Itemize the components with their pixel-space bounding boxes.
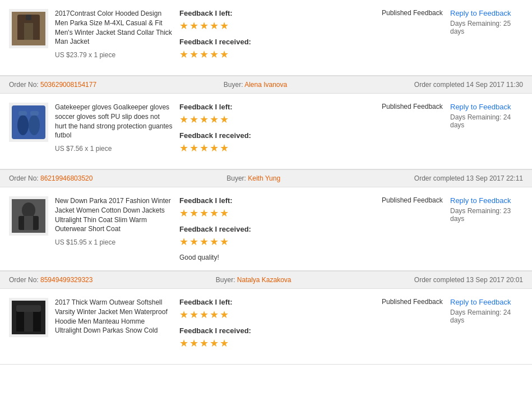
buyer-name-link[interactable]: Alena Ivanova	[244, 81, 287, 89]
feedback-left-label: Feedback I left:	[179, 9, 375, 17]
action-section[interactable]: Reply to Feedback Days Remaining: 24 day…	[450, 103, 523, 129]
action-section[interactable]: Reply to Feedback Days Remaining: 23 day…	[450, 196, 523, 223]
status-badge: Published Feedback	[382, 196, 443, 204]
status-section: Published Feedback	[382, 9, 443, 17]
product-image	[9, 103, 48, 142]
feedback-section: Feedback I left: ★★★★★ Feedback I receiv…	[179, 103, 375, 160]
product-price: US $7.56 x 1 piece	[55, 145, 173, 153]
days-remaining: Days Remaining: 24 days	[450, 308, 523, 324]
buyer-info: Buyer: Keith Yung	[226, 174, 280, 182]
feedback-received-stars: ★★★★★	[179, 337, 375, 349]
reply-to-feedback-link[interactable]: Reply to Feedback	[450, 103, 523, 111]
feedback-section: Feedback I left: ★★★★★ Feedback I receiv…	[179, 196, 375, 261]
product-title: 2017 Thick Warm Outwear Softshell Varsit…	[55, 298, 173, 335]
feedback-section: Feedback I left: ★★★★★ Feedback I receiv…	[179, 298, 375, 355]
product-price: US $15.95 x 1 piece	[55, 238, 173, 246]
product-image	[9, 298, 48, 337]
order-row: Order No: 86219946803520 Buyer: Keith Yu…	[0, 169, 532, 187]
item-details: New Down Parka 2017 Fashion Winter Jacke…	[55, 196, 173, 246]
item-details: 2017 Thick Warm Outwear Softshell Varsit…	[55, 298, 173, 340]
feedback-received-label: Feedback I received:	[179, 38, 375, 46]
buyer-name-link[interactable]: Natalya Kazakova	[237, 276, 292, 284]
days-remaining: Days Remaining: 25 days	[450, 20, 523, 35]
order-no-link[interactable]: 86219946803520	[40, 174, 92, 182]
feedback-left-label: Feedback I left:	[179, 103, 375, 111]
svg-rect-9	[18, 111, 27, 116]
completion-date: Order completed 14 Sep 2017 11:30	[414, 81, 523, 89]
feedback-left-label: Feedback I left:	[179, 196, 375, 205]
feedback-received-label: Feedback I received:	[179, 326, 375, 335]
svg-point-8	[29, 115, 40, 135]
order-row: Order No: 85949499329323 Buyer: Natalya …	[0, 271, 532, 289]
feedback-comment: Good quality!	[179, 254, 375, 261]
buyer-info: Buyer: Natalya Kazakova	[216, 276, 292, 284]
buyer-info: Buyer: Alena Ivanova	[224, 81, 287, 89]
item-row: 2017Contrast Color Hooded Design Men Par…	[0, 0, 532, 76]
item-details: 2017Contrast Color Hooded Design Men Par…	[55, 9, 173, 59]
days-remaining: Days Remaining: 24 days	[450, 113, 523, 129]
action-section[interactable]: Reply to Feedback Days Remaining: 25 day…	[450, 9, 523, 35]
feedback-left-stars: ★★★★★	[179, 113, 375, 126]
item-row: 2017 Thick Warm Outwear Softshell Varsit…	[0, 289, 532, 365]
order-no-link[interactable]: 503629008154177	[40, 81, 96, 89]
feedback-left-label: Feedback I left:	[179, 298, 375, 306]
product-image	[9, 9, 48, 48]
svg-rect-10	[30, 111, 39, 116]
product-price: US $23.79 x 1 piece	[55, 51, 173, 59]
feedback-left-stars: ★★★★★	[179, 20, 375, 32]
product-title: 2017Contrast Color Hooded Design Men Par…	[55, 9, 173, 47]
feedback-received-stars: ★★★★★	[179, 48, 375, 61]
item-details: Gatekeeper gloves Goalkeeper gloves socc…	[55, 103, 173, 153]
item-row: Gatekeeper gloves Goalkeeper gloves socc…	[0, 94, 532, 169]
status-badge: Published Feedback	[382, 103, 443, 110]
completion-date: Order completed 13 Sep 2017 20:01	[414, 276, 523, 284]
product-image	[9, 196, 48, 236]
feedback-section: Feedback I left: ★★★★★ Feedback I receiv…	[179, 9, 375, 66]
product-title: New Down Parka 2017 Fashion Winter Jacke…	[55, 196, 173, 234]
reply-to-feedback-link[interactable]: Reply to Feedback	[450, 298, 523, 306]
svg-point-12	[22, 202, 35, 218]
order-no-label: Order No: 86219946803520	[9, 174, 92, 182]
order-no-label: Order No: 503629008154177	[9, 81, 96, 89]
feedback-received-stars: ★★★★★	[179, 236, 375, 248]
feedback-received-stars: ★★★★★	[179, 142, 375, 154]
svg-rect-4	[17, 20, 24, 40]
svg-rect-5	[33, 20, 40, 40]
feedback-left-stars: ★★★★★	[179, 308, 375, 321]
product-title: Gatekeeper gloves Goalkeeper gloves socc…	[55, 103, 173, 140]
svg-rect-3	[26, 15, 31, 20]
buyer-name-link[interactable]: Keith Yung	[248, 174, 280, 182]
status-section: Published Feedback	[382, 103, 443, 110]
feedback-received-label: Feedback I received:	[179, 225, 375, 233]
days-remaining: Days Remaining: 23 days	[450, 207, 523, 223]
status-section: Published Feedback	[382, 298, 443, 306]
status-badge: Published Feedback	[382, 298, 443, 306]
svg-rect-14	[24, 216, 33, 230]
reply-to-feedback-link[interactable]: Reply to Feedback	[450, 9, 523, 17]
action-section[interactable]: Reply to Feedback Days Remaining: 24 day…	[450, 298, 523, 324]
feedback-received-label: Feedback I received:	[179, 131, 375, 140]
status-badge: Published Feedback	[382, 9, 443, 17]
svg-point-7	[17, 115, 29, 135]
svg-rect-6	[12, 105, 45, 139]
reply-to-feedback-link[interactable]: Reply to Feedback	[450, 196, 523, 205]
svg-rect-20	[16, 305, 41, 312]
feedback-left-stars: ★★★★★	[179, 207, 375, 219]
status-section: Published Feedback	[382, 196, 443, 204]
item-row: New Down Parka 2017 Fashion Winter Jacke…	[0, 187, 532, 271]
order-row: Order No: 503629008154177 Buyer: Alena I…	[0, 76, 532, 94]
completion-date: Order completed 13 Sep 2017 22:11	[414, 174, 523, 182]
order-no-label: Order No: 85949499329323	[9, 276, 92, 284]
order-no-link[interactable]: 85949499329323	[40, 276, 92, 284]
